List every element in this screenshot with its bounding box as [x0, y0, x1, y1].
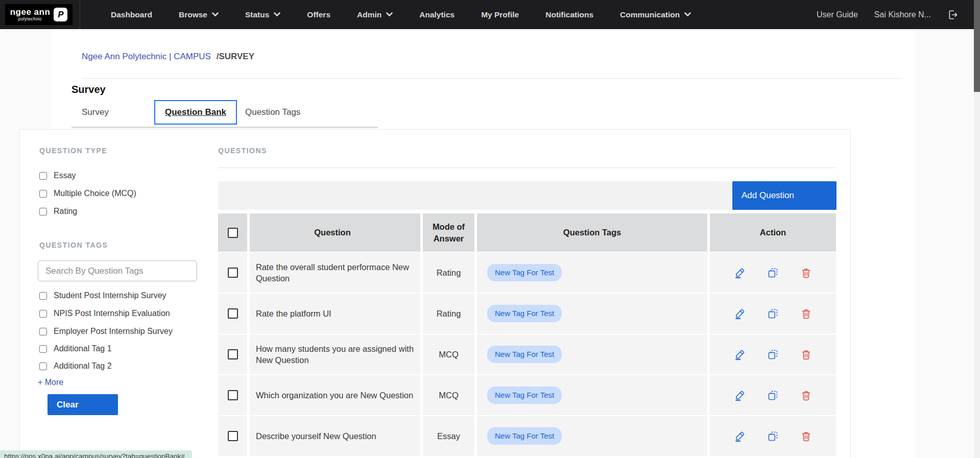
- nav-item-browse[interactable]: Browse: [165, 0, 232, 29]
- checkbox[interactable]: [39, 190, 47, 198]
- trash-icon[interactable]: [800, 267, 812, 279]
- questions-divider: [218, 167, 836, 168]
- trash-icon[interactable]: [800, 430, 812, 442]
- nav-item-dashboard[interactable]: Dashboard: [98, 0, 165, 29]
- logout-icon[interactable]: [947, 9, 959, 20]
- question-tag-chip: New Tag For Test: [487, 427, 562, 445]
- filter-option-mcq[interactable]: Multiple Choice (MCQ): [39, 189, 136, 198]
- row-checkbox[interactable]: [228, 431, 238, 441]
- row-checkbox[interactable]: [228, 268, 238, 278]
- logo-line2: polytechnic: [10, 17, 51, 21]
- navbar-divider: [80, 0, 80, 29]
- select-all-checkbox[interactable]: [228, 228, 238, 238]
- copy-icon[interactable]: [767, 349, 779, 360]
- chevron-down-icon: [684, 12, 691, 17]
- chevron-down-icon: [212, 12, 219, 17]
- table-row: Rate the platform UI Rating New Tag For …: [218, 294, 836, 333]
- edit-pencil-icon[interactable]: [734, 390, 746, 401]
- col-header-mode-of-answer: Mode of Answer: [423, 213, 474, 252]
- question-tag-chip: New Tag For Test: [487, 346, 562, 363]
- edit-pencil-icon[interactable]: [734, 267, 746, 279]
- mode-of-answer: Rating: [423, 253, 474, 293]
- nav-item-my-profile[interactable]: My Profile: [468, 0, 532, 29]
- copy-icon[interactable]: [767, 430, 779, 442]
- more-tags-link[interactable]: + More: [38, 378, 63, 387]
- nav-item-admin[interactable]: Admin: [344, 0, 406, 29]
- col-header-question: Question: [250, 213, 420, 252]
- mode-of-answer: MCQ: [423, 334, 474, 374]
- brand-logo[interactable]: ngee ann polytechnic P: [5, 4, 73, 25]
- checkbox[interactable]: [39, 363, 47, 370]
- filter-option-rating[interactable]: Rating: [39, 207, 77, 216]
- username-label[interactable]: Sai Kishore N...: [874, 10, 931, 19]
- row-checkbox[interactable]: [228, 349, 238, 359]
- questions-table: Question Mode of Answer Question Tags Ac…: [218, 213, 836, 457]
- checkbox[interactable]: [39, 310, 47, 318]
- breadcrumb: Ngee Ann Polytechnic | CAMPUS /SURVEY: [82, 52, 254, 62]
- tab-question-bank[interactable]: Question Bank: [154, 100, 237, 125]
- row-checkbox[interactable]: [228, 308, 238, 319]
- edit-pencil-icon[interactable]: [734, 349, 746, 360]
- questions-section-title: QUESTIONS: [218, 147, 267, 155]
- col-header-question-tags: Question Tags: [477, 213, 707, 252]
- checkbox[interactable]: [39, 345, 47, 353]
- mode-of-answer: Rating: [423, 294, 474, 333]
- question-type-section-title: QUESTION TYPE: [39, 147, 107, 155]
- col-header-action: Action: [710, 213, 836, 252]
- tab-survey[interactable]: Survey: [82, 107, 109, 117]
- logo-mark-icon: P: [54, 8, 67, 21]
- vertical-scrollbar-thumb[interactable]: [974, 0, 980, 92]
- filter-tag-student-post-internship[interactable]: Student Post Internship Survey: [39, 291, 166, 300]
- clear-filters-button[interactable]: Clear: [47, 394, 118, 415]
- add-question-button[interactable]: Add Question: [732, 181, 836, 210]
- table-row: How many students you are assigned with …: [218, 334, 836, 374]
- copy-icon[interactable]: [767, 308, 779, 320]
- copy-icon[interactable]: [767, 267, 779, 279]
- trash-icon[interactable]: [800, 308, 812, 320]
- question-text: Rate the overall student performace New …: [250, 253, 420, 293]
- filter-tag-additional-2[interactable]: Additional Tag 2: [39, 361, 112, 371]
- main-nav: Dashboard Browse Status Offers Admin Ana…: [98, 0, 704, 29]
- checkbox[interactable]: [39, 208, 47, 215]
- tab-question-tags[interactable]: Question Tags: [245, 107, 300, 117]
- copy-icon[interactable]: [767, 390, 779, 401]
- edit-pencil-icon[interactable]: [734, 430, 746, 442]
- question-tags-section-title: QUESTION TAGS: [39, 241, 108, 249]
- checkbox[interactable]: [39, 292, 47, 300]
- breadcrumb-current: /SURVEY: [217, 52, 254, 61]
- chevron-down-icon: [274, 12, 280, 17]
- trash-icon[interactable]: [800, 390, 812, 401]
- nav-item-communication[interactable]: Communication: [607, 0, 704, 29]
- question-text: Which organization you are New Question: [250, 375, 420, 415]
- status-url: https://nps.x0pa.ai/app/campus/survey?ta…: [0, 450, 192, 458]
- breadcrumb-org-link[interactable]: Ngee Ann Polytechnic | CAMPUS: [82, 52, 211, 61]
- nav-item-offers[interactable]: Offers: [294, 0, 344, 29]
- page-title: Survey: [71, 84, 106, 95]
- edit-pencil-icon[interactable]: [734, 308, 746, 320]
- nav-item-analytics[interactable]: Analytics: [406, 0, 468, 29]
- trash-icon[interactable]: [800, 349, 812, 360]
- filter-tag-additional-1[interactable]: Additional Tag 1: [39, 344, 112, 353]
- vertical-scrollbar-track[interactable]: [974, 29, 980, 458]
- question-tag-chip: New Tag For Test: [487, 387, 562, 404]
- question-tag-chip: New Tag For Test: [487, 264, 562, 281]
- filter-tag-npis-post-internship[interactable]: NPIS Post Internship Evaluation: [39, 309, 170, 318]
- logo-line1: ngee ann: [10, 8, 51, 16]
- navbar-right: User Guide Sai Kishore N...: [817, 9, 980, 20]
- filter-option-essay[interactable]: Essay: [39, 171, 76, 180]
- mode-of-answer: Essay: [423, 416, 474, 456]
- nav-item-notifications[interactable]: Notifications: [532, 0, 607, 29]
- question-text: Describe yourself New Question: [250, 416, 420, 456]
- tab-underline: [71, 127, 378, 128]
- question-bank-card: QUESTION TYPE Essay Multiple Choice (MCQ…: [19, 129, 851, 458]
- search-question-tags-input[interactable]: [38, 260, 197, 281]
- checkbox[interactable]: [39, 328, 47, 335]
- checkbox[interactable]: [39, 172, 47, 180]
- nav-item-status[interactable]: Status: [232, 0, 294, 29]
- row-checkbox[interactable]: [228, 390, 238, 400]
- filter-tag-employer-post-internship[interactable]: Employer Post Internship Survey: [39, 327, 173, 336]
- question-tag-chip: New Tag For Test: [487, 305, 562, 322]
- user-guide-link[interactable]: User Guide: [817, 10, 858, 19]
- table-row: Describe yourself New Question Essay New…: [218, 416, 836, 456]
- page-background: Ngee Ann Polytechnic | CAMPUS /SURVEY Su…: [0, 29, 974, 458]
